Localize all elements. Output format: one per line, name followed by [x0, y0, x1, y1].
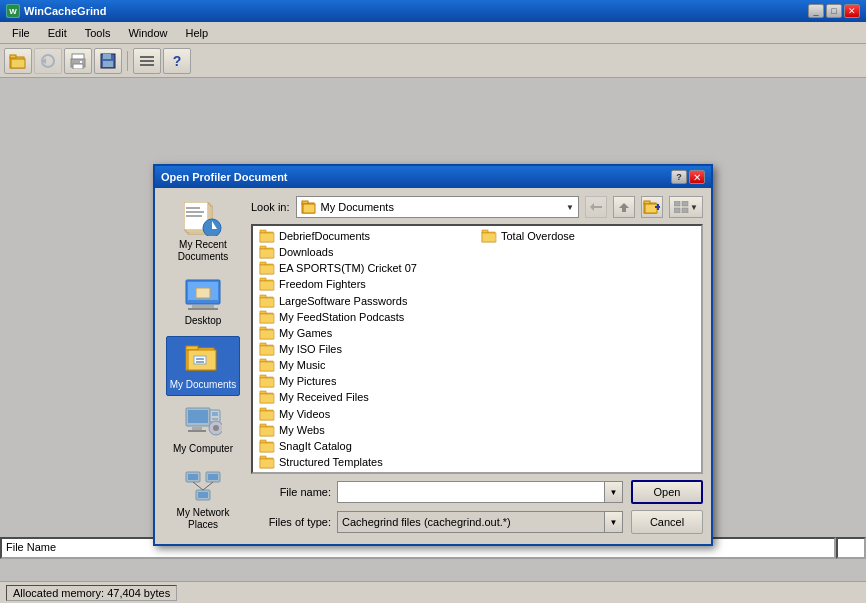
list-toolbar-btn[interactable]: [133, 48, 161, 74]
file-item-total-overdose[interactable]: Total Overdose: [477, 228, 699, 244]
file-item-mywebs[interactable]: My Webs: [255, 422, 477, 438]
svg-rect-94: [260, 343, 266, 346]
file-item-structured[interactable]: Structured Templates: [255, 454, 477, 470]
svg-rect-20: [186, 207, 200, 209]
shortcut-recent-docs[interactable]: My RecentDocuments: [166, 196, 240, 268]
svg-rect-39: [188, 430, 206, 432]
svg-rect-22: [186, 215, 202, 217]
folder-icon: [481, 229, 497, 243]
menu-tools[interactable]: Tools: [77, 25, 119, 41]
files-of-type-dropdown-arrow[interactable]: ▼: [604, 512, 622, 532]
file-item-ea-sports[interactable]: EA SPORTS(TM) Cricket 07: [255, 260, 477, 276]
save-toolbar-btn[interactable]: [94, 48, 122, 74]
nav-view-button[interactable]: ▼: [669, 196, 703, 218]
files-of-type-form-row: Files of type: Cachegrind files (cachegr…: [251, 510, 703, 534]
shortcut-desktop[interactable]: Desktop: [166, 272, 240, 332]
folder-icon: [259, 423, 275, 437]
window-controls: _ □ ✕: [808, 4, 860, 18]
svg-rect-55: [303, 204, 315, 213]
svg-rect-38: [192, 427, 202, 430]
file-item-mygames[interactable]: My Games: [255, 325, 477, 341]
file-name-total-overdose: Total Overdose: [501, 230, 575, 242]
files-of-type-combo[interactable]: Cachegrind files (cachegrind.out.*) ▼: [337, 511, 623, 533]
open-button[interactable]: Open: [631, 480, 703, 504]
file-item-receivedfiles[interactable]: My Received Files: [255, 389, 477, 405]
file-item-myisofiles[interactable]: My ISO Files: [255, 341, 477, 357]
svg-rect-86: [260, 298, 274, 307]
dialog-body: My RecentDocuments Deskt: [155, 188, 711, 544]
nav-new-folder-button[interactable]: [641, 196, 663, 218]
look-in-row: Look in: My Documents ▼: [251, 196, 703, 218]
nav-up-button[interactable]: [613, 196, 635, 218]
minimize-button[interactable]: _: [808, 4, 824, 18]
file-item-debrief[interactable]: DebriefDocuments: [255, 228, 477, 244]
shortcut-network[interactable]: My NetworkPlaces: [166, 464, 240, 536]
folder-icon: [259, 277, 275, 291]
file-item-feedstation[interactable]: My FeedStation Podcasts: [255, 309, 477, 325]
shortcut-my-documents[interactable]: My Documents: [166, 336, 240, 396]
file-name-debrief: DebriefDocuments: [279, 230, 370, 242]
file-item-freedom[interactable]: Freedom Fighters: [255, 276, 477, 292]
svg-rect-116: [260, 459, 274, 468]
svg-rect-97: [260, 359, 266, 362]
svg-rect-9: [73, 64, 83, 69]
toolbar: ?: [0, 44, 866, 78]
svg-point-44: [213, 425, 219, 431]
folder-icon: [259, 342, 275, 356]
svg-rect-88: [260, 311, 266, 314]
menu-help[interactable]: Help: [178, 25, 217, 41]
svg-rect-103: [260, 391, 266, 394]
svg-rect-12: [103, 54, 111, 59]
svg-rect-70: [260, 230, 266, 233]
svg-rect-28: [188, 308, 218, 310]
network-label: My NetworkPlaces: [177, 507, 230, 531]
svg-rect-76: [260, 246, 266, 249]
file-item-mypictures[interactable]: My Pictures: [255, 373, 477, 389]
folder-icon: [259, 261, 275, 275]
file-name-input-combo[interactable]: ▼: [337, 481, 623, 503]
menu-window[interactable]: Window: [120, 25, 175, 41]
dialog-title-buttons: ? ✕: [671, 170, 705, 184]
folder-icon: [259, 294, 275, 308]
svg-rect-68: [682, 208, 688, 213]
file-name-feedstation: My FeedStation Podcasts: [279, 311, 404, 323]
dialog-help-button[interactable]: ?: [671, 170, 687, 184]
close-button[interactable]: ✕: [844, 4, 860, 18]
dialog-close-button[interactable]: ✕: [689, 170, 705, 184]
network-icon: [183, 469, 223, 505]
look-in-dropdown[interactable]: My Documents ▼: [296, 196, 579, 218]
menu-edit[interactable]: Edit: [40, 25, 75, 41]
file-name-form-row: File name: ▼ Open: [251, 480, 703, 504]
file-item-downloads[interactable]: Downloads: [255, 244, 477, 260]
file-name-mypictures: My Pictures: [279, 375, 336, 387]
svg-rect-21: [186, 211, 204, 213]
file-item-mymusic[interactable]: My Music: [255, 357, 477, 373]
print-toolbar-btn[interactable]: [64, 48, 92, 74]
file-item-myvideos[interactable]: My Videos: [255, 405, 477, 421]
svg-rect-31: [186, 346, 198, 350]
nav-back-button[interactable]: [585, 196, 607, 218]
dialog-overlay: Open Profiler Document ? ✕: [0, 134, 866, 559]
desktop-icon: [183, 277, 223, 313]
folder-icon: [259, 245, 275, 259]
folder-icon: [259, 439, 275, 453]
maximize-button[interactable]: □: [826, 4, 842, 18]
recent-docs-label: My RecentDocuments: [178, 239, 229, 263]
svg-rect-3: [10, 55, 16, 58]
open-toolbar-btn[interactable]: [4, 48, 32, 74]
svg-rect-35: [196, 361, 204, 363]
back-toolbar-btn[interactable]: [34, 48, 62, 74]
help-toolbar-btn[interactable]: ?: [163, 48, 191, 74]
file-name-dropdown-arrow[interactable]: ▼: [604, 482, 622, 502]
menu-file[interactable]: File: [4, 25, 38, 41]
cancel-button[interactable]: Cancel: [631, 510, 703, 534]
file-item-largesoftware[interactable]: LargeSoftware Passwords: [255, 293, 477, 309]
file-item-snagit[interactable]: SnagIt Catalog: [255, 438, 477, 454]
svg-rect-34: [196, 358, 204, 360]
svg-rect-92: [260, 330, 274, 339]
svg-rect-66: [682, 201, 688, 206]
shortcut-my-computer[interactable]: My Computer: [166, 400, 240, 460]
file-name-input[interactable]: [338, 482, 604, 502]
file-name-label: File name:: [251, 486, 331, 498]
svg-rect-62: [645, 204, 657, 213]
